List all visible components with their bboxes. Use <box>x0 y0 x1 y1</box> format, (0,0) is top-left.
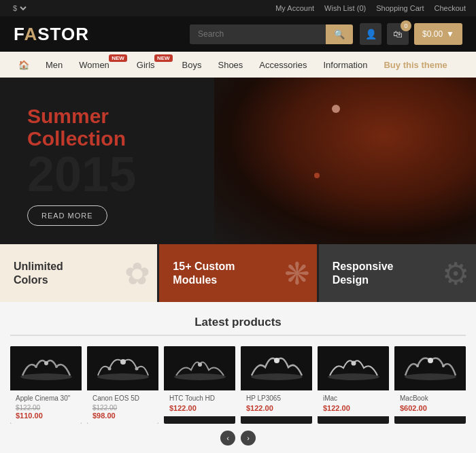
cart-dropdown-icon: ▼ <box>446 29 454 39</box>
nav-item-buy-theme[interactable]: Buy this theme <box>375 52 455 78</box>
product-tiara-svg-3 <box>169 350 231 387</box>
product-card-6[interactable]: MacBook $602.00 <box>394 346 466 424</box>
svg-point-16 <box>416 365 419 367</box>
product-old-price-2: $122.00 <box>92 404 153 412</box>
section-title-latest: Latest products <box>10 316 466 336</box>
feature-unlimited-colors-text: UnlimitedColors <box>14 260 63 286</box>
feature-responsive-design-text: ResponsiveDesign <box>333 260 394 286</box>
my-account-link[interactable]: My Account <box>275 4 314 12</box>
hero-decor-circle2 <box>314 173 320 178</box>
svg-point-17 <box>442 365 445 367</box>
hero-decor-circle1 <box>332 105 340 113</box>
product-img-4 <box>241 346 312 390</box>
search-box: 🔍 <box>190 24 353 44</box>
product-name-4: HP LP3065 <box>246 395 307 402</box>
product-price-3: $122.00 <box>169 404 230 412</box>
carousel-nav: ‹ › <box>10 424 466 449</box>
feature-custom-modules-text: 15+ CustomModules <box>173 260 235 286</box>
header: FASTOR 🔍 👤 🛍 0 $0.00 ▼ <box>0 16 476 52</box>
nav-item-men[interactable]: Men <box>37 52 71 78</box>
product-img-1 <box>10 346 82 390</box>
currency-selector[interactable]: $ € <box>10 3 29 13</box>
product-info-4: HP LP3065 $122.00 <box>241 390 312 416</box>
logo[interactable]: FASTOR <box>14 24 89 45</box>
product-name-1: Apple Cinema 30" <box>16 395 76 402</box>
cart-icon-button[interactable]: 🛍 0 <box>387 23 409 45</box>
product-info-2: Canon EOS 5D $122.00 $98.00 <box>87 390 158 424</box>
carousel-next-button[interactable]: › <box>241 431 256 446</box>
product-tiara-svg-1 <box>16 350 77 387</box>
header-right: 🔍 👤 🛍 0 $0.00 ▼ <box>190 23 462 45</box>
hero-read-more-button[interactable]: READ MORE <box>27 205 107 226</box>
search-input[interactable] <box>190 24 326 44</box>
product-img-6 <box>394 346 466 390</box>
svg-point-3 <box>55 365 58 368</box>
product-price-4: $122.00 <box>246 404 307 412</box>
svg-point-8 <box>174 373 226 380</box>
feature-deco-3: ⚙ <box>442 255 469 291</box>
product-img-5 <box>318 346 389 390</box>
user-icon-button[interactable]: 👤 <box>360 23 381 45</box>
product-price-6: $602.00 <box>400 404 460 412</box>
svg-point-15 <box>428 358 433 363</box>
svg-point-0 <box>20 373 72 380</box>
product-card-5[interactable]: iMac $122.00 <box>318 346 389 424</box>
svg-point-14 <box>405 373 456 380</box>
product-name-2: Canon EOS 5D <box>92 395 153 402</box>
product-price-2: $98.00 <box>92 412 153 420</box>
product-card-3[interactable]: HTC Touch HD $122.00 <box>164 346 235 424</box>
nav-item-information[interactable]: Information <box>315 52 375 78</box>
product-img-3 <box>164 346 235 390</box>
product-card-2[interactable]: Canon EOS 5D $122.00 $98.00 <box>87 346 158 424</box>
feature-custom-modules: 15+ CustomModules ❋ <box>159 244 316 302</box>
nav-item-women[interactable]: Women NEW <box>71 52 129 78</box>
product-price-5: $122.00 <box>323 404 384 412</box>
svg-point-13 <box>351 361 356 366</box>
svg-point-4 <box>97 373 149 380</box>
svg-point-1 <box>44 361 48 365</box>
nav-item-girls[interactable]: Girls NEW <box>129 52 174 78</box>
cart-amount: $0.00 <box>422 29 443 39</box>
feature-deco-1: ✿ <box>124 255 150 291</box>
cart-amount-button[interactable]: $0.00 ▼ <box>414 23 462 45</box>
nav-badge-girls: NEW <box>154 54 173 62</box>
user-icon: 👤 <box>365 29 377 39</box>
main-nav: 🏠 Men Women NEW Girls NEW Boys Shoes Acc… <box>0 52 476 78</box>
hero-woman-shape <box>214 78 476 244</box>
shopping-cart-link[interactable]: Shopping Cart <box>376 4 424 12</box>
product-name-6: MacBook <box>400 395 460 402</box>
svg-point-5 <box>120 359 126 365</box>
wish-list-link[interactable]: Wish List (0) <box>324 4 366 12</box>
hero-title: Summer Collection <box>27 105 136 150</box>
search-button[interactable]: 🔍 <box>326 24 353 44</box>
hero-year: 2015 <box>27 150 136 199</box>
svg-point-9 <box>198 363 202 367</box>
product-img-2 <box>87 346 158 390</box>
cart-icon: 🛍 <box>393 29 403 39</box>
nav-item-shoes[interactable]: Shoes <box>209 52 251 78</box>
header-icons: 👤 🛍 0 $0.00 ▼ <box>360 23 462 45</box>
top-bar-left: $ € <box>10 3 29 13</box>
product-name-5: iMac <box>323 395 384 402</box>
nav-item-home[interactable]: 🏠 <box>10 52 37 78</box>
latest-products-section: Latest products Apple Cinema 30" $122.00… <box>0 302 476 453</box>
top-bar-right: My Account Wish List (0) Shopping Cart C… <box>275 4 466 12</box>
nav-item-accessories[interactable]: Accessories <box>251 52 315 78</box>
products-grid: Apple Cinema 30" $122.00 $110.00 Canon E… <box>10 346 466 424</box>
product-card-4[interactable]: HP LP3065 $122.00 <box>241 346 312 424</box>
product-old-price-1: $122.00 <box>16 404 76 412</box>
svg-point-7 <box>135 367 138 371</box>
carousel-prev-button[interactable]: ‹ <box>220 431 235 446</box>
hero-banner: Summer Collection 2015 READ MORE <box>0 78 476 244</box>
product-info-6: MacBook $602.00 <box>394 390 466 416</box>
product-tiara-svg-2 <box>92 350 154 387</box>
features-row: UnlimitedColors ✿ 15+ CustomModules ❋ Re… <box>0 244 476 302</box>
feature-deco-2: ❋ <box>284 255 310 291</box>
product-card-1[interactable]: Apple Cinema 30" $122.00 $110.00 <box>10 346 82 424</box>
checkout-link[interactable]: Checkout <box>435 4 466 12</box>
feature-responsive-design: ResponsiveDesign ⚙ <box>319 244 476 302</box>
product-tiara-svg-4 <box>246 350 307 387</box>
nav-item-boys[interactable]: Boys <box>174 52 210 78</box>
svg-point-12 <box>328 373 379 380</box>
svg-point-2 <box>35 365 37 368</box>
